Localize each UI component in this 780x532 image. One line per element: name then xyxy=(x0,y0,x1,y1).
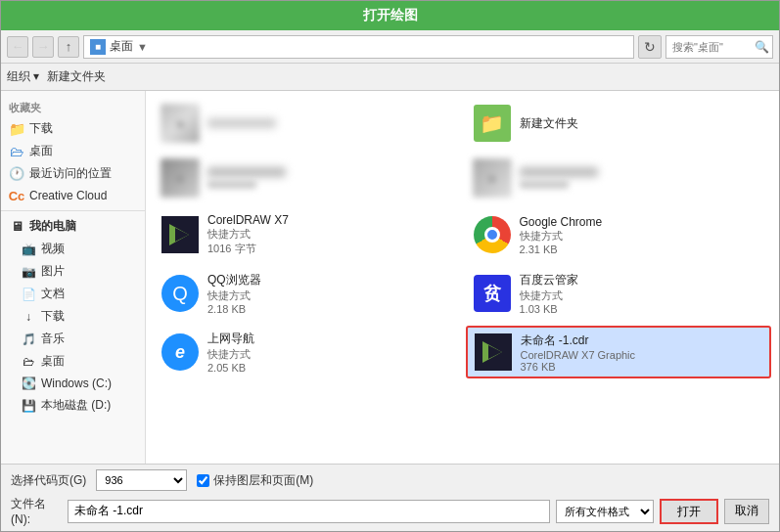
search-box: 🔍 xyxy=(665,35,773,59)
sidebar-item-recent[interactable]: 🕐 最近访问的位置 xyxy=(1,162,145,185)
file-item-blur1[interactable]: ■ xyxy=(154,99,460,148)
computer-section: 🖥 我的电脑 📺 视频 📷 图片 📄 文档 ↓ xyxy=(1,210,145,417)
toolbar2: 组织 ▾ 新建文件夹 xyxy=(1,64,779,91)
sidebar-item-d-drive[interactable]: 💾 本地磁盘 (D:) xyxy=(1,394,145,417)
path-dropdown-arrow[interactable]: ▼ xyxy=(137,41,148,53)
new-folder-info: 新建文件夹 xyxy=(520,115,765,132)
blur1-info xyxy=(207,118,453,128)
forward-button[interactable]: → xyxy=(32,36,54,58)
qq-info: QQ浏览器 快捷方式 2.18 KB xyxy=(207,272,453,315)
file-item-baidu[interactable]: 贫 百度云管家 快捷方式 1.03 KB xyxy=(466,267,772,320)
sidebar-computer[interactable]: 🖥 我的电脑 xyxy=(1,215,145,238)
codepage-select[interactable]: 936 ANSI/OEM... xyxy=(96,469,187,491)
file-item-ie[interactable]: e 上网导航 快捷方式 2.05 KB xyxy=(154,326,460,378)
up-button[interactable]: ↑ xyxy=(58,36,79,58)
ie-icon: e xyxy=(161,332,200,372)
refresh-button[interactable]: ↻ xyxy=(638,35,662,59)
filename-label: 文件名(N): xyxy=(11,496,62,526)
file-item-blur3[interactable]: ■ xyxy=(466,154,772,202)
coreldraw-info: CorelDRAW X7 快捷方式 1016 字节 xyxy=(207,213,453,256)
keep-layers-wrap: 保持图层和页面(M) xyxy=(197,472,313,489)
path-bar: ■ 桌面 ▼ xyxy=(83,35,634,59)
ie-info: 上网导航 快捷方式 2.05 KB xyxy=(207,331,453,374)
title-text: 打开绘图 xyxy=(363,7,418,24)
file-grid-inner: ■ 📁 新建文件夹 ■ xyxy=(154,99,771,378)
desktop-folder-icon: 🗁 xyxy=(9,144,24,159)
file-item-new-folder[interactable]: 📁 新建文件夹 xyxy=(466,99,772,148)
file-item-coreldraw[interactable]: CorelDRAW X7 快捷方式 1016 字节 xyxy=(154,208,460,261)
file-item-blur2[interactable]: ■ xyxy=(154,154,460,202)
sidebar-item-cc[interactable]: Cc Creative Cloud xyxy=(1,185,145,206)
dl2-icon: ↓ xyxy=(21,309,36,325)
new-folder-button[interactable]: 新建文件夹 xyxy=(47,68,106,85)
blur3-icon: ■ xyxy=(473,158,512,198)
cdrfile-info: 未命名 -1.cdr CorelDRAW X7 Graphic 376 KB xyxy=(521,332,764,373)
favorites-label: 收藏夹 xyxy=(1,97,145,117)
path-folder-icon: ■ xyxy=(90,39,106,55)
baidu-info: 百度云管家 快捷方式 1.03 KB xyxy=(520,272,765,315)
filetype-select[interactable]: 所有文件格式 xyxy=(556,500,654,523)
sidebar-item-video[interactable]: 📺 视频 xyxy=(1,238,145,260)
video-icon: 📺 xyxy=(21,242,36,257)
path-text: 桌面 xyxy=(110,38,133,55)
computer-icon: 🖥 xyxy=(9,219,24,235)
sidebar-item-pictures[interactable]: 📷 图片 xyxy=(1,260,145,283)
sidebar: 收藏夹 📁 下载 🗁 桌面 🕐 最近访问的位置 xyxy=(1,91,146,464)
blur2-info xyxy=(207,167,453,189)
new-folder-icon: 📁 xyxy=(473,104,512,143)
cancel-button[interactable]: 取消 xyxy=(724,499,769,524)
codepage-label: 选择代码页(G) xyxy=(11,472,86,489)
file-grid: ■ 📁 新建文件夹 ■ xyxy=(146,91,779,464)
open-button[interactable]: 打开 xyxy=(660,499,718,524)
file-item-cdrfile[interactable]: 未命名 -1.cdr CorelDRAW X7 Graphic 376 KB xyxy=(466,326,772,378)
keep-layers-label: 保持图层和页面(M) xyxy=(213,472,313,489)
chrome-info: Google Chrome 快捷方式 2.31 KB xyxy=(520,215,765,255)
bottom-row1: 选择代码页(G) 936 ANSI/OEM... 保持图层和页面(M) xyxy=(11,469,769,491)
blur3-info xyxy=(520,167,765,189)
filename-input[interactable] xyxy=(68,500,550,523)
music-icon: 🎵 xyxy=(21,332,36,347)
sidebar-item-music[interactable]: 🎵 音乐 xyxy=(1,328,145,350)
coreldraw-icon xyxy=(161,215,200,254)
main-area: 收藏夹 📁 下载 🗁 桌面 🕐 最近访问的位置 xyxy=(1,91,779,464)
sidebar-item-downloads2[interactable]: ↓ 下载 xyxy=(1,305,145,328)
sidebar-item-desktop[interactable]: 🗁 桌面 xyxy=(1,140,145,162)
download-folder-icon: 📁 xyxy=(9,121,24,137)
dialog-wrapper: 打开绘图 ← → ↑ ■ 桌面 ▼ ↻ 🔍 组织 ▾ 新建文件夹 收藏夹 xyxy=(0,0,780,532)
docs-icon: 📄 xyxy=(21,287,36,302)
sidebar-item-downloads[interactable]: 📁 下载 xyxy=(1,117,145,140)
recent-icon: 🕐 xyxy=(9,166,24,182)
sidebar-item-c-drive[interactable]: 💽 Windows (C:) xyxy=(1,373,145,394)
pictures-icon: 📷 xyxy=(21,264,36,280)
cdrfile-icon xyxy=(474,332,513,372)
chrome-icon xyxy=(473,215,512,254)
sidebar-item-docs[interactable]: 📄 文档 xyxy=(1,283,145,305)
search-icon: 🔍 xyxy=(755,40,769,54)
organize-button[interactable]: 组织 ▾ xyxy=(7,68,39,85)
keep-layers-checkbox[interactable] xyxy=(197,474,209,487)
blur2-icon: ■ xyxy=(161,158,200,198)
c-drive-icon: 💽 xyxy=(21,376,36,391)
cc-icon: Cc xyxy=(9,188,24,203)
desk2-icon: 🗁 xyxy=(21,354,36,370)
qq-icon: Q xyxy=(161,274,200,313)
bottom-area: 选择代码页(G) 936 ANSI/OEM... 保持图层和页面(M) 文件名(… xyxy=(1,464,779,531)
sidebar-item-desktop2[interactable]: 🗁 桌面 xyxy=(1,350,145,373)
file-item-chrome[interactable]: Google Chrome 快捷方式 2.31 KB xyxy=(466,208,772,261)
back-button[interactable]: ← xyxy=(7,36,28,58)
file-item-qq[interactable]: Q QQ浏览器 快捷方式 2.18 KB xyxy=(154,267,460,320)
toolbar: ← → ↑ ■ 桌面 ▼ ↻ 🔍 xyxy=(1,30,779,64)
blur1-icon: ■ xyxy=(161,104,200,143)
d-drive-icon: 💾 xyxy=(21,398,36,414)
search-input[interactable] xyxy=(672,41,751,53)
bottom-row2: 文件名(N): 所有文件格式 打开 取消 xyxy=(11,496,769,526)
title-bar: 打开绘图 xyxy=(1,1,779,30)
baidu-icon: 贫 xyxy=(473,274,512,313)
